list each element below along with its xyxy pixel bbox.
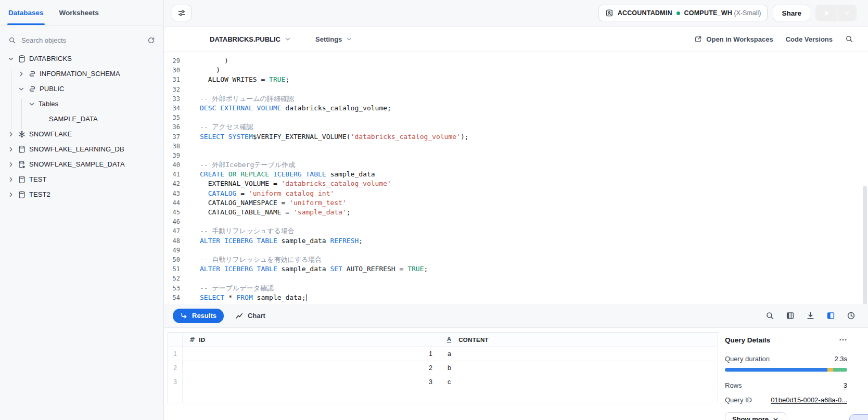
object-search[interactable]: Search objects [8,32,155,48]
code-line-35[interactable]: 35 [164,113,868,122]
column-header-id[interactable]: # ID [183,333,440,347]
chevron-right-icon[interactable] [7,191,15,198]
line-number: 39 [164,151,180,160]
code-line-52[interactable]: 52 [164,274,868,283]
table-row-2[interactable]: 22b [168,361,718,375]
history-icon[interactable] [847,311,856,320]
open-in-workspaces-link[interactable]: Open in Workspaces [694,35,773,43]
chevron-down-icon[interactable] [18,85,25,93]
search-results-icon[interactable] [765,311,774,320]
chevron-right-icon[interactable] [7,176,15,183]
line-number: 47 [164,226,180,236]
tree-item-test2[interactable]: TEST2 [0,187,163,202]
code-line-33[interactable]: 33-- 外部ボリュームの詳細確認 [164,94,868,104]
chevron-right-icon[interactable] [7,161,15,168]
tree-item-test[interactable]: TEST [0,172,163,187]
code-line-47[interactable]: 47-- 手動リフレッシュする場合 [164,226,868,236]
line-number: 40 [164,160,180,170]
code-line-34[interactable]: 34DESC EXTERNAL VOLUME databricks_catalo… [164,104,868,113]
tree-item-databricks[interactable]: DATABRICKS [0,51,163,66]
tree-item-information_schema[interactable]: INFORMATION_SCHEMA [0,66,163,81]
cell-content[interactable]: a [440,347,718,361]
code-line-51[interactable]: 51ALTER ICEBERG TABLE sample_data SET AU… [164,264,868,274]
code-line-38[interactable]: 38 [164,142,868,151]
code-line-31[interactable]: 31 ALLOW_WRITES = TRUE; [164,75,868,84]
tree-item-sample_data[interactable]: SAMPLE_DATA [0,111,163,126]
refresh-icon[interactable] [147,36,155,44]
floating-corner-button[interactable] [849,414,868,420]
code-line-36[interactable]: 36-- アクセス確認 [164,122,868,132]
share-button[interactable]: Share [773,5,810,21]
tab-chart[interactable]: Chart [235,312,265,320]
code-line-54[interactable]: 54SELECT * FROM sample_data; [164,293,868,302]
code-line-53[interactable]: 53-- テーブルデータ確認 [164,284,868,293]
chevron-right-icon[interactable] [7,146,15,153]
download-icon[interactable] [806,311,815,320]
tree-item-snowflake_learning_db[interactable]: SNOWFLAKE_LEARNING_DB [0,142,163,157]
tab-results[interactable]: Results [173,309,224,323]
tab-worksheets[interactable]: Worksheets [59,9,99,17]
run-button[interactable] [815,5,837,21]
column-header-content[interactable]: A CONTENT [440,333,718,347]
chevron-right-icon[interactable] [7,131,15,138]
code-line-30[interactable]: 30 ) [164,66,868,75]
editor-search-icon[interactable] [845,35,853,43]
progress-segment-queue [827,368,833,372]
results-arrow-icon [180,312,188,320]
tree-item-snowflake_sample_data[interactable]: SNOWFLAKE_SAMPLE_DATA [0,157,163,172]
code-line-40[interactable]: 40-- 外部Icebergテーブル作成 [164,160,868,170]
chevron-down-icon[interactable] [28,100,35,108]
cell-content[interactable]: b [440,361,718,375]
line-number: 46 [164,217,180,226]
cell-content[interactable]: c [440,375,718,389]
query-id-label: Query ID [725,396,752,404]
code-line-41[interactable]: 41CREATE OR REPLACE ICEBERG TABLE sample… [164,170,868,179]
split-panel-icon[interactable] [826,311,835,320]
code-line-29[interactable]: 29 ) [164,56,868,66]
tree-item-public[interactable]: PUBLIC [0,81,163,96]
settings-selector[interactable]: Settings [315,35,353,43]
code-line-44[interactable]: 44 CATALOG_NAMESPACE = 'uniform_test' [164,198,868,208]
cell-id[interactable]: 3 [183,375,440,389]
code-versions-link[interactable]: Code Versions [786,35,833,43]
cell-id[interactable]: 2 [183,361,440,375]
number-type-icon: # [189,336,195,343]
tab-databases[interactable]: Databases [8,9,44,17]
table-row-1[interactable]: 11a [168,347,718,361]
external-link-icon [694,35,702,43]
database-icon [18,145,26,154]
sql-editor[interactable]: 29 )30 )31 ALLOW_WRITES = TRUE;3233-- 外部… [164,52,868,303]
code-line-46[interactable]: 46 [164,217,868,226]
columns-icon[interactable] [786,311,795,320]
chart-line-icon [235,312,244,320]
row-number: 2 [168,361,183,375]
chevron-right-icon[interactable] [18,70,25,78]
rows-value-link[interactable]: 3 [844,381,847,389]
tree-item-tables[interactable]: Tables [0,96,163,111]
chevron-down-icon[interactable] [7,55,15,62]
code-line-49[interactable]: 49 [164,246,868,255]
code-line-37[interactable]: 37SELECT SYSTEM$VERIFY_EXTERNAL_VOLUME('… [164,132,868,142]
code-line-48[interactable]: 48ALTER ICEBERG TABLE sample_data REFRES… [164,236,868,246]
run-options-button[interactable] [837,5,857,21]
code-line-45[interactable]: 45 CATALOG_TABLE_NAME = 'sample_data'; [164,208,868,217]
database-icon [18,190,26,199]
code-line-50[interactable]: 50-- 自動リフレッシュを有効にする場合 [164,255,868,264]
code-line-32[interactable]: 32 [164,85,868,94]
line-number: 33 [164,94,180,104]
code-line-42[interactable]: 42 EXTERNAL_VOLUME = 'databricks_catalog… [164,179,868,188]
query-id-link[interactable]: 01be0d15-0002-a68a-0... [771,396,847,404]
cell-id[interactable]: 1 [183,347,440,361]
code-line-39[interactable]: 39 [164,151,868,160]
context-selector[interactable]: DATABRICKS.PUBLIC [210,35,291,43]
tree-guide [21,99,22,129]
search-input[interactable]: Search objects [21,36,147,44]
context-pill[interactable]: ACCOUNTADMIN COMPUTE_WH (X-Small) [598,5,768,21]
editor-scrollbar[interactable] [863,186,867,304]
show-more-button[interactable]: Show more [725,412,786,420]
code-line-43[interactable]: 43 CATALOG = 'uniform_catalog_int' [164,189,868,198]
worksheet-options-button[interactable] [172,5,192,21]
tree-item-snowflake[interactable]: SNOWFLAKE [0,126,163,142]
more-options-icon[interactable] [839,336,847,344]
table-row-3[interactable]: 33c [168,375,718,389]
